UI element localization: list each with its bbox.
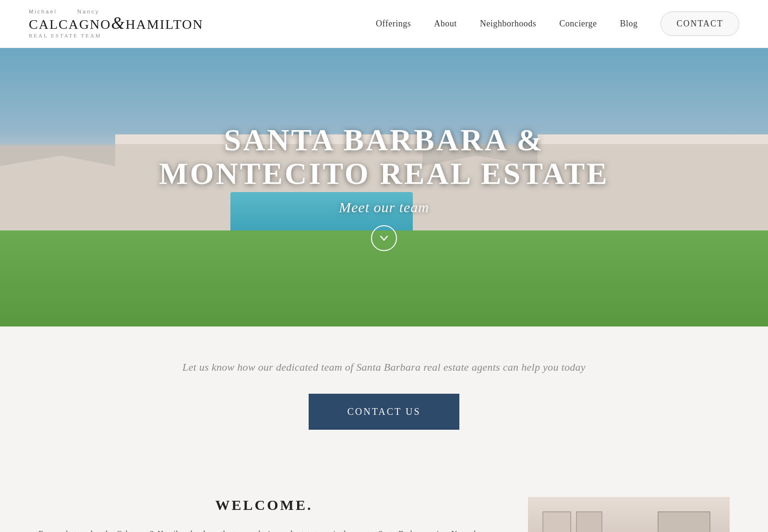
welcome-section: WELCOME. For nearly two decades Calcagno… [0, 468, 768, 532]
contact-button[interactable]: CONTACT [660, 12, 739, 36]
welcome-heading: WELCOME. [38, 497, 490, 513]
logo: Michael Nancy CALCAGNO&HAMILTON REAL EST… [29, 9, 204, 38]
cta-section: Let us know how our dedicated team of Sa… [0, 326, 768, 468]
logo-hamilton: HAMILTON [126, 17, 204, 32]
nav-about[interactable]: About [434, 19, 457, 29]
hero-title-line1: SANTA BARBARA & [224, 123, 544, 157]
hero-subtitle: Meet our team [159, 199, 609, 216]
logo-text: Michael Nancy CALCAGNO&HAMILTON [29, 9, 204, 32]
hero-title: SANTA BARBARA & MONTECITO REAL ESTATE [159, 123, 609, 191]
hero-title-line2: MONTECITO REAL ESTATE [159, 157, 609, 191]
wall-art-3 [658, 511, 710, 532]
scroll-down-button[interactable] [371, 225, 397, 251]
welcome-body: For nearly two decades Calcagno & Hamilt… [38, 527, 490, 532]
nav-blog[interactable]: Blog [620, 19, 637, 29]
team-photo [528, 497, 730, 532]
wall-art-2 [576, 511, 602, 532]
logo-subtitle: REAL ESTATE TEAM [29, 33, 102, 38]
welcome-text-block: WELCOME. For nearly two decades Calcagno… [38, 497, 490, 532]
contact-us-button[interactable]: CONTACT US [309, 394, 459, 430]
main-nav: Offerings About Neighborhoods Concierge … [376, 12, 739, 36]
chevron-down-icon [379, 233, 389, 243]
logo-ampersand: & [111, 13, 126, 33]
logo-calcagno: CALCAGNO [29, 17, 111, 32]
wall-art-1 [542, 511, 571, 532]
nav-neighborhoods[interactable]: Neighborhoods [480, 19, 537, 29]
hero-section: SANTA BARBARA & MONTECITO REAL ESTATE Me… [0, 48, 768, 326]
nav-offerings[interactable]: Offerings [376, 19, 411, 29]
cta-tagline: Let us know how our dedicated team of Sa… [29, 361, 739, 374]
header: Michael Nancy CALCAGNO&HAMILTON REAL EST… [0, 0, 768, 48]
nav-concierge[interactable]: Concierge [559, 19, 597, 29]
hero-content: SANTA BARBARA & MONTECITO REAL ESTATE Me… [159, 123, 609, 252]
